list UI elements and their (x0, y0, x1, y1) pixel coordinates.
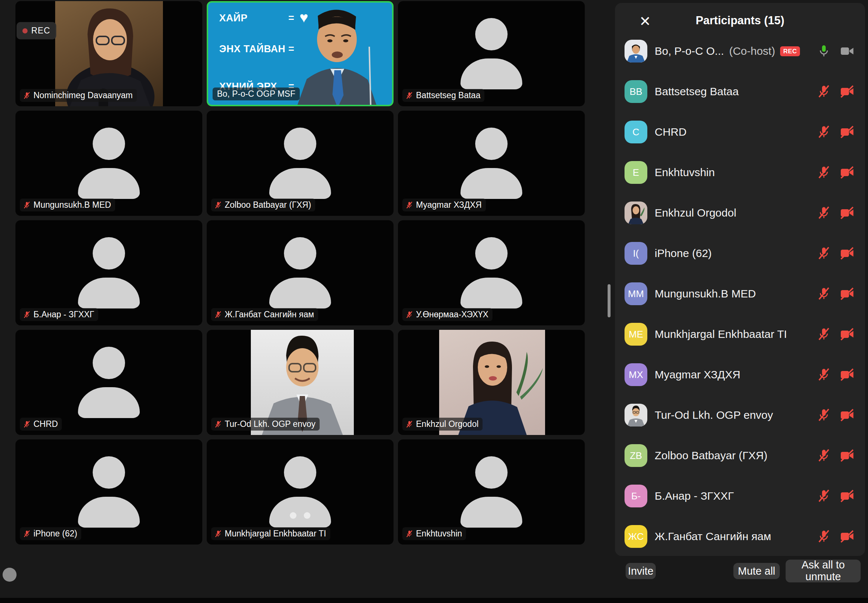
ask-all-to-unmute-button[interactable]: Ask all to unmute (786, 560, 861, 583)
avatar: E (625, 161, 647, 184)
video-off-icon[interactable] (839, 206, 856, 220)
mic-muted-icon[interactable] (817, 408, 831, 422)
participant-name-tag: Zolboo Batbayar (ГХЯ) (211, 199, 315, 212)
video-off-icon[interactable] (839, 165, 856, 180)
mic-muted-icon[interactable] (817, 529, 831, 544)
avatar: BB (625, 80, 647, 103)
video-tile[interactable]: Zolboo Batbayar (ГХЯ) (207, 111, 393, 216)
participant-name: CHRD (34, 420, 58, 428)
avatar-initials: E (633, 167, 639, 178)
mic-muted-icon (23, 530, 31, 538)
participant-row[interactable]: ZB Zolboo Batbayar (ГХЯ) (615, 435, 865, 476)
avatar: Б- (625, 485, 647, 507)
participant-name-tag: У.Өнөрмаа-ХЭХҮХ (402, 308, 492, 321)
mic-muted-icon[interactable] (817, 367, 831, 382)
participant-row[interactable]: Tur-Od Lkh. OGP envoy (615, 395, 865, 435)
participant-name-tag: Mungunsukh.B MED (20, 199, 115, 212)
participant-name: У.Өнөрмаа-ХЭХҮХ (416, 310, 489, 319)
floating-handle-button[interactable] (3, 568, 17, 582)
video-tile[interactable]: Myagmar ХЗДХЯ (398, 111, 585, 216)
participant-row[interactable]: C CHRD (615, 112, 865, 152)
video-on-icon[interactable] (839, 44, 856, 59)
participant-name: Mungunsukh.B MED (34, 201, 111, 209)
avatar: MM (625, 282, 647, 305)
video-tile[interactable]: Б.Анар - ЗГХХГ (15, 220, 202, 325)
participant-name: Б.Анар - ЗГХХГ (34, 310, 94, 319)
participant-name-tag: Tur-Od Lkh. OGP envoy (211, 418, 320, 431)
mic-muted-icon[interactable] (817, 246, 831, 261)
video-tile[interactable]: Tur-Od Lkh. OGP envoy (207, 330, 393, 435)
video-off-icon[interactable] (839, 125, 856, 139)
video-tile[interactable]: Munkhjargal Enkhbaatar TI (207, 439, 393, 544)
participant-name: Ж.Ганбат Сангийн яам (654, 530, 771, 543)
video-off-icon[interactable] (839, 246, 856, 261)
mic-on-icon[interactable] (817, 44, 831, 59)
mic-muted-icon (214, 530, 222, 538)
participant-name: Bo, P-o-C OGP MSF (217, 90, 296, 98)
participant-name: Mungunsukh.B MED (654, 288, 756, 300)
participant-row[interactable]: Enkhzul Orgodol (615, 193, 865, 233)
participant-name: Myagmar ХЗДХЯ (654, 368, 740, 381)
participant-name: iPhone (62) (34, 529, 77, 538)
participant-row[interactable]: MM Mungunsukh.B MED (615, 274, 865, 314)
avatar (625, 40, 647, 62)
participant-name: Tur-Od Lkh. OGP envoy (225, 420, 316, 428)
video-off-icon[interactable] (839, 448, 856, 463)
heart-icon: ♥ (299, 11, 308, 23)
invite-button[interactable]: Invite (626, 563, 656, 579)
mic-muted-icon (405, 311, 413, 319)
participant-name: Enkhzul Orgodol (416, 420, 478, 428)
participant-name-tag: Bo, P-o-C OGP MSF (213, 88, 300, 100)
mic-muted-icon (23, 91, 31, 100)
participant-name: Ж.Ганбат Сангийн яам (225, 310, 314, 319)
participant-row[interactable]: BB Battsetseg Bataa (615, 71, 865, 112)
avatar-initials: Б- (631, 490, 641, 502)
participant-name-tag: Б.Анар - ЗГХХГ (20, 308, 98, 321)
video-tile[interactable]: iPhone (62) (15, 439, 202, 544)
mic-muted-icon (214, 420, 222, 428)
participant-row[interactable]: MX Myagmar ХЗДХЯ (615, 354, 865, 395)
participant-name-tag: CHRD (20, 418, 62, 431)
participant-name: Zolboo Batbayar (ГХЯ) (225, 201, 311, 209)
mute-all-button[interactable]: Mute all (733, 563, 780, 579)
video-tile-active-speaker[interactable]: ХАЙР = ♥ ЭНХ ТАЙВАН = ХҮНИЙ ЭРХ = Bo, P-… (207, 1, 393, 106)
participant-name: CHRD (654, 126, 687, 138)
mic-muted-icon[interactable] (817, 84, 831, 99)
participant-row[interactable]: ME Munkhjargal Enkhbaatar TI (615, 314, 865, 354)
participant-row[interactable]: I( iPhone (62) (615, 233, 865, 274)
mic-muted-icon[interactable] (817, 125, 831, 139)
video-tile[interactable]: Mungunsukh.B MED (15, 111, 202, 216)
video-off-icon[interactable] (839, 367, 856, 382)
mic-muted-icon (23, 420, 31, 428)
mic-muted-icon (23, 201, 31, 209)
mic-muted-icon[interactable] (817, 448, 831, 463)
video-tile[interactable]: Battsetseg Bataa (398, 1, 585, 106)
mic-muted-icon[interactable] (817, 489, 831, 503)
video-tile[interactable]: Nominchimeg Davaanyam (15, 1, 202, 106)
participant-name-tag: Munkhjargal Enkhbaatar TI (211, 527, 330, 540)
avatar: I( (625, 242, 647, 265)
video-off-icon[interactable] (839, 529, 856, 544)
video-tile[interactable]: CHRD (15, 330, 202, 435)
video-off-icon[interactable] (839, 489, 856, 503)
video-off-icon[interactable] (839, 286, 856, 301)
video-tile[interactable]: Enkhtuvshin (398, 439, 585, 544)
mic-muted-icon[interactable] (817, 327, 831, 342)
video-off-icon[interactable] (839, 84, 856, 99)
grid-scrollbar-thumb[interactable] (608, 284, 611, 317)
participant-row[interactable]: E Enkhtuvshin (615, 152, 865, 193)
video-tile[interactable]: Ж.Ганбат Сангийн яам (207, 220, 393, 325)
video-tile[interactable]: У.Өнөрмаа-ХЭХҮХ (398, 220, 585, 325)
video-off-icon[interactable] (839, 327, 856, 342)
recording-indicator: REC (17, 22, 56, 39)
video-tile[interactable]: Enkhzul Orgodol (398, 330, 585, 435)
avatar-initials: I( (633, 248, 639, 259)
participant-row[interactable]: ЖС Ж.Ганбат Сангийн яам (615, 516, 865, 556)
mic-muted-icon[interactable] (817, 206, 831, 220)
participants-title: Participants (15) (615, 14, 865, 27)
mic-muted-icon[interactable] (817, 165, 831, 180)
mic-muted-icon[interactable] (817, 286, 831, 301)
participant-row[interactable]: Б- Б.Анар - ЗГХХГ (615, 476, 865, 516)
video-off-icon[interactable] (839, 408, 856, 422)
participant-row[interactable]: Bo, P-o-C O... (Co-host) REC (615, 31, 865, 71)
